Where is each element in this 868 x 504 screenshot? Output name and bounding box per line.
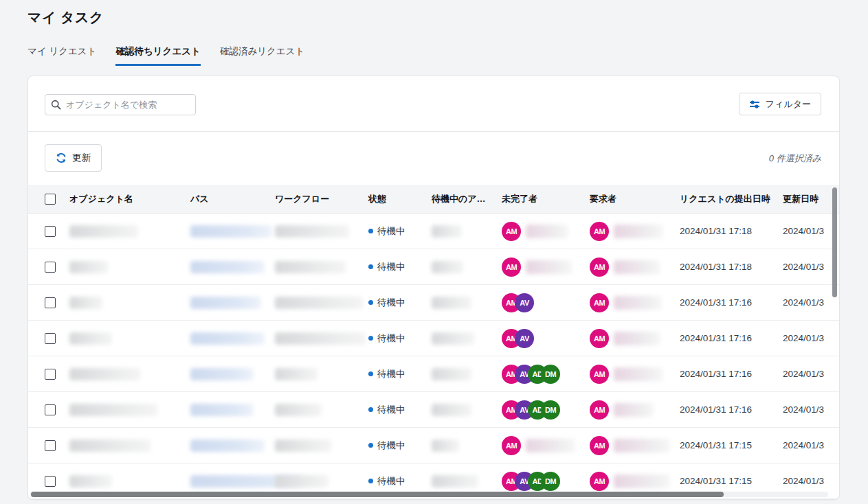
status-dot-icon [368,479,373,483]
object-name-cell[interactable] [69,261,190,273]
status-cell: 待機中 [368,439,432,452]
path-cell[interactable] [190,439,275,452]
column-header-3[interactable]: 状態 [368,193,432,205]
path-cell[interactable] [190,261,275,273]
user-avatar: AV [515,329,534,348]
row-checkbox[interactable] [45,476,56,487]
row-checkbox-cell [28,262,69,273]
search-input[interactable] [66,100,190,110]
pending-action-redacted [432,439,459,452]
user-name-redacted [526,225,568,238]
column-header-8[interactable]: 更新日時 [783,193,839,205]
table-row[interactable]: 待機中AMAVADDMAM2024/01/31 17:162024/01/3 [28,356,839,392]
task-list-card: フィルター 更新 0 件選択済み オブジェクト名パスワークフロー状態待機中のア…… [27,76,840,500]
table-row[interactable]: 待機中AMAM2024/01/31 17:182024/01/3 [28,214,839,249]
row-checkbox-cell [28,333,69,344]
tab-0[interactable]: マイ リクエスト [27,45,96,66]
updated-datetime: 2024/01/3 [783,404,839,415]
object-name-cell[interactable] [69,332,190,345]
submitted-datetime: 2024/01/31 17:18 [680,262,783,272]
tab-1[interactable]: 確認待ちリクエスト [115,45,200,66]
vertical-scrollbar[interactable] [832,187,837,297]
row-checkbox[interactable] [45,333,56,344]
user-avatar: DM [541,472,560,491]
status-cell: 待機中 [368,297,432,309]
row-checkbox-cell [28,404,69,415]
header-checkbox-cell [28,194,69,205]
horizontal-scrollbar[interactable] [31,492,724,497]
status-dot-icon [368,371,373,376]
status-label: 待機中 [377,475,405,488]
status-label: 待機中 [377,404,405,416]
object-name-cell[interactable] [69,475,190,488]
path-cell[interactable] [190,404,275,416]
row-checkbox[interactable] [45,262,56,273]
column-header-4[interactable]: 待機中のア… [432,193,502,205]
table-row[interactable]: 待機中AMAM2024/01/31 17:152024/01/3 [28,428,839,463]
path-link-redacted [190,404,254,416]
row-checkbox[interactable] [45,226,56,237]
table-row[interactable]: 待機中AMAVAM2024/01/31 17:162024/01/3 [28,321,839,356]
status-dot-icon [368,336,373,341]
object-name-redacted [69,332,112,345]
selection-status: 0 件選択済み [769,152,821,165]
object-name-cell[interactable] [69,368,190,380]
search-input-wrapper[interactable] [45,94,196,115]
column-header-2[interactable]: ワークフロー [275,193,368,205]
workflow-cell [275,368,368,380]
status-cell: 待機中 [368,404,432,416]
pending-action-cell [432,368,502,380]
path-link-redacted [190,297,261,309]
requester-cell: AM [590,222,680,241]
workflow-redacted [275,297,363,309]
pending-action-cell [432,439,502,452]
column-header-1[interactable]: パス [190,193,275,205]
row-checkbox[interactable] [45,440,56,451]
workflow-redacted [275,261,346,273]
updated-datetime: 2024/01/3 [783,476,839,486]
path-cell[interactable] [190,368,275,380]
updated-datetime: 2024/01/3 [783,333,839,343]
pending-action-cell [432,475,502,488]
incomplete-users-cell: AMAV [502,293,590,312]
table-row[interactable]: 待機中AMAVADDMAM2024/01/31 17:162024/01/3 [28,392,839,428]
status-cell: 待機中 [368,332,432,345]
row-checkbox[interactable] [45,404,56,415]
path-cell[interactable] [190,225,275,238]
requester-name-redacted [614,332,660,345]
row-checkbox[interactable] [45,369,56,380]
row-checkbox-cell [28,297,69,308]
status-label: 待機中 [377,261,405,273]
tab-2[interactable]: 確認済みリクエスト [220,45,304,66]
column-header-7[interactable]: リクエストの提出日時 [680,193,783,205]
object-name-cell[interactable] [69,297,190,309]
incomplete-users-cell: AM [502,222,590,241]
pending-action-cell [432,297,502,309]
path-link-redacted [190,368,254,380]
object-name-cell[interactable] [69,404,190,416]
object-name-cell[interactable] [69,439,190,452]
requester-name-redacted [614,474,670,488]
refresh-button[interactable]: 更新 [45,144,102,172]
path-cell[interactable] [190,332,275,345]
incomplete-users-cell: AMAVADDM [502,365,590,384]
table-row[interactable]: 待機中AMAM2024/01/31 17:182024/01/3 [28,249,839,285]
select-all-checkbox[interactable] [45,194,56,205]
requester-avatar: AM [590,257,609,277]
refresh-button-label: 更新 [72,152,91,164]
row-checkbox[interactable] [45,297,56,308]
column-header-0[interactable]: オブジェクト名 [69,193,190,205]
updated-datetime: 2024/01/3 [783,440,839,450]
table-row[interactable]: 待機中AMAVAM2024/01/31 17:162024/01/3 [28,285,839,321]
path-cell[interactable] [190,297,275,309]
filter-button[interactable]: フィルター [739,93,821,115]
workflow-redacted [275,404,322,416]
path-cell[interactable] [190,475,275,488]
column-header-6[interactable]: 要求者 [590,193,680,205]
object-name-cell[interactable] [69,225,190,238]
requester-cell: AM [590,365,680,384]
status-dot-icon [368,229,373,233]
object-name-redacted [69,261,108,273]
user-name-redacted [526,439,575,453]
column-header-5[interactable]: 未完了者 [502,193,590,205]
